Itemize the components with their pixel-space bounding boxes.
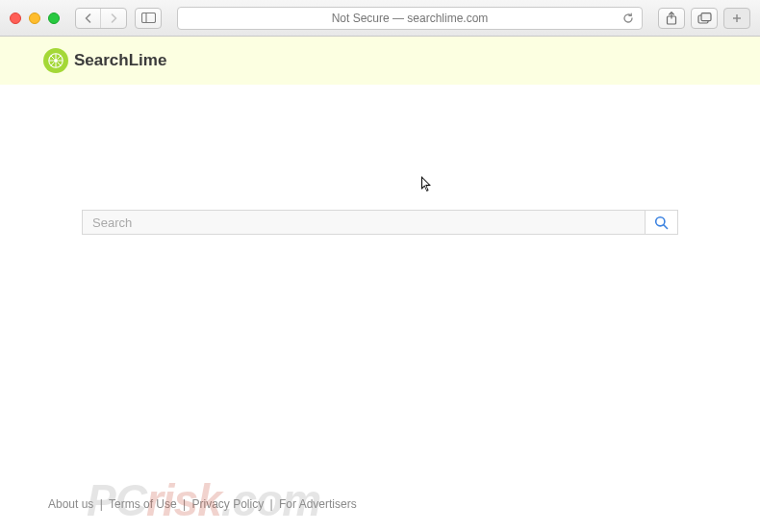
reload-icon[interactable]	[622, 13, 634, 24]
svg-rect-0	[141, 13, 155, 23]
search-input[interactable]	[82, 210, 646, 235]
browser-toolbar: Not Secure — searchlime.com	[0, 0, 760, 37]
svg-line-17	[51, 62, 54, 64]
svg-line-15	[58, 62, 61, 64]
back-button[interactable]	[76, 9, 101, 28]
footer-link-advertisers[interactable]: For Advertisers	[279, 497, 357, 511]
svg-line-14	[51, 55, 54, 58]
nav-back-forward	[75, 8, 127, 29]
site-logo[interactable]: SearchLime	[43, 48, 166, 73]
toolbar-right-group	[658, 8, 750, 29]
share-button[interactable]	[658, 8, 685, 29]
svg-point-9	[54, 59, 58, 63]
lime-icon	[43, 48, 68, 73]
footer-link-privacy[interactable]: Privacy Policy	[191, 497, 264, 511]
new-tab-button[interactable]	[723, 8, 750, 29]
address-bar[interactable]: Not Secure — searchlime.com	[177, 7, 643, 30]
separator: |	[100, 497, 103, 511]
footer-link-terms[interactable]: Terms of Use	[109, 497, 177, 511]
sidebar-toggle-button[interactable]	[135, 8, 162, 29]
maximize-window-button[interactable]	[48, 13, 60, 24]
window-controls	[10, 13, 60, 24]
close-window-button[interactable]	[10, 13, 21, 24]
site-header: SearchLime	[0, 37, 760, 85]
url-text: Not Secure — searchlime.com	[332, 12, 489, 25]
search-button[interactable]	[646, 210, 678, 235]
forward-button[interactable]	[101, 9, 126, 28]
main-content	[0, 85, 760, 235]
footer-links: About us | Terms of Use | Privacy Policy…	[48, 497, 357, 511]
svg-line-19	[664, 224, 668, 228]
brand-text: SearchLime	[74, 51, 166, 70]
search-icon	[654, 215, 669, 230]
separator: |	[183, 497, 186, 511]
footer-link-about[interactable]: About us	[48, 497, 93, 511]
svg-line-16	[58, 55, 61, 58]
minimize-window-button[interactable]	[29, 13, 40, 24]
show-tabs-button[interactable]	[691, 8, 718, 29]
svg-rect-5	[701, 13, 711, 20]
separator: |	[270, 497, 273, 511]
search-form	[82, 210, 678, 235]
